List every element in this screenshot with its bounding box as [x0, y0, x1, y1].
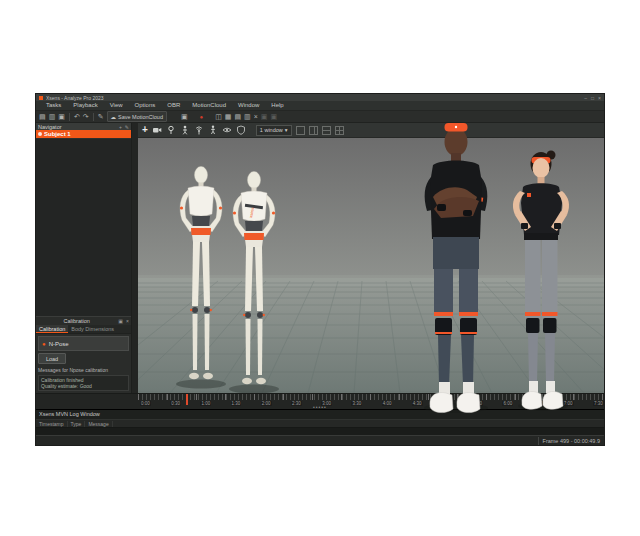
- pose-label: N-Pose: [49, 341, 69, 347]
- add-subject-icon[interactable]: +: [119, 124, 122, 130]
- save-file-icon[interactable]: ▣: [58, 112, 65, 122]
- menu-item[interactable]: Options: [129, 101, 162, 110]
- disabled-icon: ▣: [261, 112, 268, 122]
- timeline-tick-label: 5:30: [472, 401, 483, 406]
- 3d-scene: xsens: [138, 138, 605, 393]
- timeline-tick-label: 7:30: [593, 401, 604, 406]
- minimize-button[interactable]: –: [584, 95, 587, 101]
- main-toolbar: ▤ ▥ ▣ ↶ ↷ ✎ ☁ Save MotionCloud ▣ ● ◫ ▦ ▤…: [36, 111, 604, 123]
- viewport-toolbar: +: [138, 123, 604, 138]
- close-panel-icon[interactable]: ×: [126, 318, 129, 324]
- timeline-tick-label: 1:30: [231, 401, 242, 406]
- pin-icon[interactable]: ▣: [118, 318, 123, 324]
- menu-item[interactable]: Help: [265, 101, 289, 110]
- camera-icon[interactable]: [152, 125, 162, 135]
- navigator-tree[interactable]: [36, 138, 131, 316]
- eye-icon[interactable]: [222, 125, 232, 135]
- menu-item[interactable]: OBR: [161, 101, 186, 110]
- edit-subject-icon[interactable]: ✎: [125, 124, 129, 130]
- title-bar: Xsens - Analyze Pro 2023 – □ ×: [36, 94, 604, 101]
- timeline-tick-label: 5:00: [442, 401, 453, 406]
- timeline-tick-label: 2:30: [291, 401, 302, 406]
- window-title: Xsens - Analyze Pro 2023: [46, 95, 584, 101]
- open-file-icon[interactable]: ▥: [49, 112, 56, 122]
- marker-icon[interactable]: [166, 125, 176, 135]
- calibration-panel: Calibration ▣ × CalibrationBody Dimensio…: [36, 316, 131, 393]
- layout-2-icon[interactable]: ▦: [225, 112, 232, 122]
- close-view-icon[interactable]: ×: [254, 112, 258, 122]
- body-icon[interactable]: [208, 125, 218, 135]
- splitter-handle[interactable]: •••••: [313, 405, 327, 409]
- status-bar: Frame 499 - 00:00:49.9: [36, 435, 604, 445]
- window-count-select[interactable]: 1 window ▾: [256, 125, 292, 136]
- layout-split-v-button[interactable]: [322, 126, 331, 135]
- progress-strip: [36, 445, 604, 446]
- timeline-tick-label: 3:30: [351, 401, 362, 406]
- timeline-tick-label: 4:00: [382, 401, 393, 406]
- timeline-ruler[interactable]: 0:000:301:001:302:002:303:003:304:004:30…: [138, 394, 605, 409]
- maximize-button[interactable]: □: [591, 95, 594, 101]
- timeline-tick-label: 0:30: [170, 401, 181, 406]
- calibration-pose-icon[interactable]: [180, 125, 190, 135]
- calibration-messages-label: Messages for Npose calibration: [36, 366, 131, 374]
- timeline-tick-label: 7:00: [563, 401, 574, 406]
- log-column[interactable]: Timestamp: [36, 421, 68, 427]
- calibration-title: Calibration: [64, 318, 90, 324]
- menu-item[interactable]: Tasks: [40, 101, 67, 110]
- chevron-down-icon: ▾: [285, 127, 288, 133]
- log-column[interactable]: Message: [85, 421, 112, 427]
- add-icon[interactable]: +: [142, 124, 148, 136]
- menu-item[interactable]: MotionCloud: [186, 101, 232, 110]
- record-icon[interactable]: ●: [200, 112, 204, 122]
- layout-4-icon[interactable]: ▥: [244, 112, 251, 122]
- menu-item[interactable]: View: [104, 101, 129, 110]
- log-body[interactable]: [36, 428, 604, 435]
- layout-single-button[interactable]: [296, 126, 305, 135]
- navigator-title: Navigator: [38, 124, 62, 130]
- 3d-viewport[interactable]: xsens: [138, 138, 604, 393]
- app-logo-icon: [39, 96, 43, 100]
- shield-icon[interactable]: [236, 125, 246, 135]
- layout-1-icon[interactable]: ◫: [215, 112, 222, 122]
- app-window: Xsens - Analyze Pro 2023 – □ × TasksPlay…: [35, 93, 605, 446]
- calibration-tab[interactable]: Calibration: [36, 325, 68, 333]
- pose-status-icon: ●: [42, 341, 46, 347]
- single-view-icon[interactable]: ▣: [181, 112, 188, 122]
- antenna-icon[interactable]: [194, 125, 204, 135]
- log-window-title: Xsens MVN Log Window: [36, 410, 604, 419]
- calibration-tabs: CalibrationBody Dimensions: [36, 325, 131, 334]
- log-column-headers: TimestampTypeMessage: [36, 419, 604, 428]
- timeline-tick-label: 0:00: [140, 401, 151, 406]
- new-file-icon[interactable]: ▤: [39, 112, 46, 122]
- calibration-tab[interactable]: Body Dimensions: [68, 325, 117, 333]
- timeline-tick-label: 6:00: [502, 401, 513, 406]
- save-motioncloud-button[interactable]: ☁ Save MotionCloud: [107, 111, 167, 122]
- subject-label: Subject 1: [44, 131, 71, 137]
- close-button[interactable]: ×: [598, 95, 601, 101]
- subject-icon: [38, 132, 42, 136]
- timeline-tick-label: 2:00: [261, 401, 272, 406]
- layout-quad-button[interactable]: [335, 126, 344, 135]
- navigator-header: Navigator + ✎: [36, 123, 131, 130]
- menu-bar: TasksPlaybackViewOptionsOBRMotionCloudWi…: [36, 101, 604, 111]
- load-button[interactable]: Load: [38, 353, 66, 364]
- disabled-icon: ▣: [270, 112, 277, 122]
- menu-item[interactable]: Playback: [67, 101, 103, 110]
- timeline-tick-label: 1:00: [200, 401, 211, 406]
- timeline-tick-label: 4:30: [412, 401, 423, 406]
- log-column[interactable]: Type: [68, 421, 86, 427]
- layout-split-h-button[interactable]: [309, 126, 318, 135]
- undo-icon[interactable]: ↶: [74, 112, 80, 122]
- calibration-status: Calibration finished Quality estimate: G…: [38, 375, 129, 391]
- calibration-panel-header: Calibration ▣ ×: [36, 317, 131, 325]
- menu-item[interactable]: Window: [232, 101, 265, 110]
- playhead[interactable]: [186, 394, 188, 405]
- panel-splitter[interactable]: [131, 123, 138, 393]
- timeline-tick-label: 6:30: [533, 401, 544, 406]
- subject-row[interactable]: Subject 1: [36, 130, 131, 138]
- layout-3-icon[interactable]: ▤: [234, 112, 241, 122]
- redo-icon[interactable]: ↷: [83, 112, 89, 122]
- edit-icon[interactable]: ✎: [98, 112, 104, 122]
- pose-select[interactable]: ● N-Pose: [38, 336, 129, 351]
- log-window: Xsens MVN Log Window TimestampTypeMessag…: [36, 409, 604, 446]
